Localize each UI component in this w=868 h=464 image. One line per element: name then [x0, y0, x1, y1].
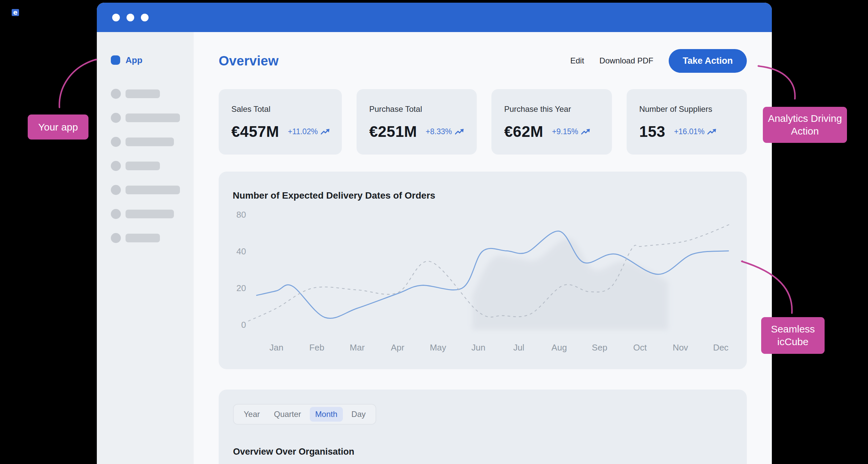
main-content: Overview Edit Download PDF Take Action S…: [194, 32, 772, 464]
y-axis-tick: 0: [241, 320, 246, 330]
skeleton-bar: [126, 210, 174, 218]
trending-up-icon: [581, 128, 590, 135]
kpi-label: Purchase this Year: [504, 104, 599, 114]
y-axis-tick: 40: [236, 246, 246, 256]
kpi-value: 153: [639, 123, 665, 141]
tab-month[interactable]: Month: [310, 407, 343, 422]
x-axis-label: Jan: [270, 342, 283, 352]
kpi-value: €457M: [231, 123, 279, 141]
tab-day[interactable]: Day: [346, 407, 371, 422]
sidebar-item-label: App: [126, 55, 143, 65]
chart-shadow-area: [472, 238, 669, 330]
x-axis-label: Jun: [471, 342, 486, 352]
skeleton-circle: [111, 137, 121, 147]
kpi-change-text: +11.02%: [288, 127, 318, 136]
x-axis-label: Sep: [592, 342, 607, 352]
trending-up-icon: [455, 128, 464, 135]
sidebar-skeleton-row: [111, 137, 194, 147]
kpi-label: Sales Total: [231, 104, 330, 114]
skeleton-circle: [111, 233, 121, 243]
delivery-chart-card: Number of Expected Delivery Dates of Ord…: [219, 172, 747, 369]
tab-quarter[interactable]: Quarter: [269, 407, 307, 422]
skeleton-circle: [111, 185, 121, 195]
x-axis-label: May: [430, 342, 446, 352]
window-dot-1[interactable]: [112, 14, 120, 21]
x-axis-label: Jul: [513, 342, 524, 352]
skeleton-bar: [126, 137, 174, 146]
x-axis-label: Oct: [633, 342, 647, 352]
kpi-change: +9.15%: [552, 127, 590, 136]
annotation-badge-your-app: Your app: [28, 115, 89, 140]
sidebar-skeleton-row: [111, 185, 194, 195]
window-dot-2[interactable]: [127, 14, 134, 21]
arrow-your-app: [59, 59, 96, 107]
skeleton-circle: [111, 113, 121, 123]
kpi-card: Purchase Total €251M +8.33%: [356, 89, 477, 155]
kpi-value: €62M: [504, 123, 543, 141]
trending-up-icon: [707, 128, 716, 135]
x-axis-label: Nov: [673, 342, 688, 352]
x-axis-label: Feb: [309, 342, 324, 352]
kpi-card: Number of Suppliers 153 +16.01%: [627, 89, 747, 155]
skeleton-bar: [126, 186, 180, 194]
tab-year[interactable]: Year: [238, 407, 266, 422]
skeleton-circle: [111, 161, 121, 171]
x-axis-label: Dec: [713, 342, 728, 352]
header-actions: Edit Download PDF Take Action: [570, 49, 747, 73]
skeleton-bar: [126, 89, 160, 98]
trending-up-icon: [321, 128, 330, 135]
kpi-change-text: +16.01%: [674, 127, 705, 136]
annotation-badge-seamless-iccube: Seamless icCube: [761, 317, 825, 354]
edit-button[interactable]: Edit: [570, 56, 584, 65]
kpi-row: Sales Total €457M +11.02% Purchase Total…: [219, 89, 747, 155]
sidebar-skeleton-row: [111, 209, 194, 219]
kpi-change-text: +9.15%: [552, 127, 578, 136]
skeleton-circle: [111, 89, 121, 99]
x-axis-label: Apr: [391, 342, 405, 352]
app-window: App Overview: [97, 3, 772, 464]
annotation-badge-analytics-driving-action: Analytics Driving Action: [763, 107, 847, 143]
sidebar-skeleton-row: [111, 233, 194, 243]
skeleton-bar: [126, 161, 160, 170]
time-granularity-tabs: YearQuarterMonthDay: [233, 404, 376, 425]
x-axis-label: Mar: [350, 342, 365, 352]
skeleton-bar: [126, 114, 180, 122]
kpi-card: Purchase this Year €62M +9.15%: [491, 89, 612, 155]
organisation-panel: YearQuarterMonthDay Overview Over Organi…: [219, 390, 747, 464]
sidebar-skeleton: [97, 89, 194, 243]
window-dot-3[interactable]: [141, 14, 149, 21]
kpi-value: €251M: [369, 123, 417, 141]
sidebar-skeleton-row: [111, 113, 194, 123]
window-titlebar: [97, 3, 772, 32]
page-header: Overview Edit Download PDF Take Action: [219, 49, 747, 73]
sidebar-skeleton-row: [111, 89, 194, 99]
sidebar-item-app[interactable]: App: [111, 53, 194, 67]
sidebar: App: [97, 32, 194, 464]
sidebar-skeleton-row: [111, 161, 194, 171]
download-pdf-button[interactable]: Download PDF: [599, 56, 653, 65]
kpi-change: +16.01%: [674, 127, 716, 136]
kpi-label: Purchase Total: [369, 104, 465, 114]
app-logo-icon: [111, 55, 120, 65]
browser-favicon-e-icon: e: [12, 9, 19, 16]
y-axis-tick: 20: [236, 283, 246, 293]
take-action-button[interactable]: Take Action: [669, 49, 747, 73]
x-axis-label: Aug: [552, 342, 567, 352]
kpi-label: Number of Suppliers: [639, 104, 735, 114]
kpi-change: +11.02%: [288, 127, 330, 136]
stage: e App: [0, 0, 868, 464]
delivery-line-chart: 0204080JanFebMarAprMayJunJulAugSepOctNov…: [219, 172, 747, 369]
organisation-panel-heading: Overview Over Organisation: [233, 446, 747, 457]
kpi-change-text: +8.33%: [426, 127, 452, 136]
skeleton-circle: [111, 209, 121, 219]
page-title: Overview: [219, 54, 279, 68]
skeleton-bar: [126, 234, 160, 242]
y-axis-tick: 80: [236, 210, 246, 220]
kpi-card: Sales Total €457M +11.02%: [219, 89, 342, 155]
kpi-change: +8.33%: [426, 127, 464, 136]
